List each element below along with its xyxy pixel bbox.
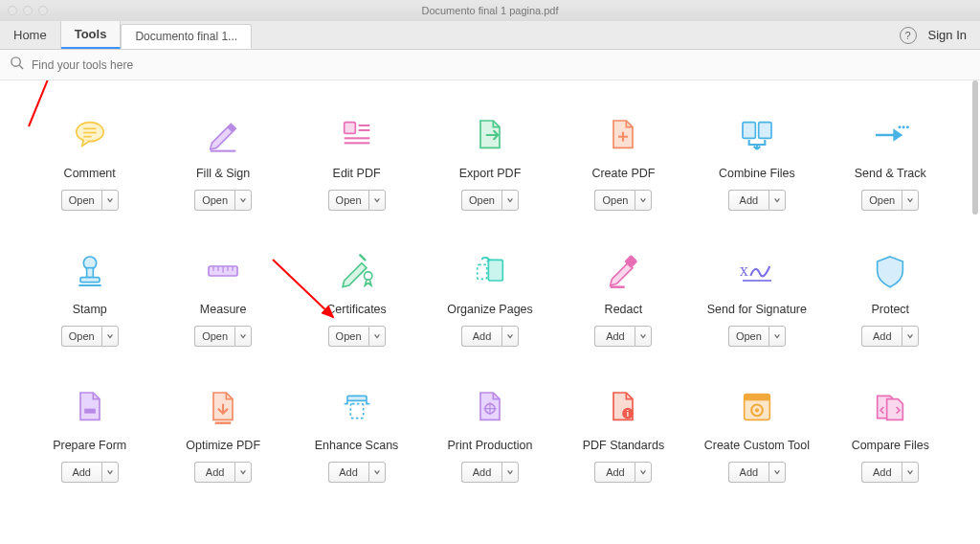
tool-compare[interactable]: Compare FilesAdd [828,385,953,483]
svg-point-50 [755,408,759,412]
dropdown-caret[interactable] [902,326,919,347]
tool-label: Comment [64,167,116,180]
tool-prepareform[interactable]: Prepare FormAdd [27,385,152,483]
open-button[interactable]: Open [594,190,635,211]
dropdown-caret[interactable] [768,462,786,483]
zoom-window-icon[interactable] [38,6,48,15]
tool-label: Create PDF [591,167,655,180]
scrollbar[interactable] [972,80,978,544]
open-button[interactable]: Open [194,326,234,347]
add-button[interactable]: Add [861,462,902,483]
dropdown-caret[interactable] [768,190,786,211]
dropdown-caret[interactable] [234,462,252,483]
tool-enhance[interactable]: Enhance ScansAdd [294,385,419,483]
add-button[interactable]: Add [328,462,368,483]
dropdown-caret[interactable] [501,190,519,211]
svg-rect-22 [80,278,100,283]
svg-point-19 [906,125,909,128]
tool-label: Fill & Sign [196,167,250,180]
dropdown-caret[interactable] [635,326,652,347]
tool-redact[interactable]: RedactAdd [561,249,686,347]
tool-customtool[interactable]: Create Custom ToolAdd [694,385,819,483]
dropdown-caret[interactable] [368,462,386,483]
printprod-icon [468,385,512,429]
top-tabs: Home Tools Documento final 1... ? Sign I… [0,21,980,50]
add-button[interactable]: Add [461,326,501,347]
tab-home[interactable]: Home [0,21,61,49]
open-button[interactable]: Open [728,326,768,347]
dropdown-caret[interactable] [234,190,252,211]
tool-sendtrack[interactable]: Send & TrackOpen [828,113,953,211]
dropdown-caret[interactable] [635,462,652,483]
tool-standards[interactable]: iPDF StandardsAdd [561,385,686,483]
stamp-icon [68,249,112,293]
tool-label: Create Custom Tool [704,439,810,452]
open-button[interactable]: Open [61,190,101,211]
tool-printprod[interactable]: Print ProductionAdd [427,385,552,483]
svg-rect-15 [759,123,771,139]
open-button[interactable]: Open [861,190,902,211]
svg-line-1 [19,65,23,69]
add-button[interactable]: Add [728,462,768,483]
dropdown-caret[interactable] [101,462,119,483]
tool-stamp[interactable]: StampOpen [27,249,152,347]
tool-createpdf[interactable]: Create PDFOpen [561,113,686,211]
help-icon[interactable]: ? [900,27,917,44]
svg-rect-48 [745,395,770,401]
dropdown-caret[interactable] [101,190,119,211]
tool-label: Protect [871,303,909,316]
tab-document[interactable]: Documento final 1... [121,24,252,49]
tool-protect[interactable]: ProtectAdd [828,249,953,347]
dropdown-caret[interactable] [902,190,919,211]
prepareform-icon [68,385,112,429]
open-button[interactable]: Open [61,326,101,347]
dropdown-caret[interactable] [768,326,786,347]
dropdown-caret[interactable] [368,326,386,347]
tool-label: Compare Files [852,439,929,452]
search-input[interactable] [32,58,319,72]
tool-editpdf[interactable]: Edit PDFOpen [294,113,419,211]
combine-icon [735,113,779,157]
scrollbar-thumb[interactable] [972,80,978,215]
add-button[interactable]: Add [594,462,635,483]
add-button[interactable]: Add [861,326,902,347]
tool-optimize[interactable]: Optimize PDFAdd [160,385,285,483]
tool-combine[interactable]: Combine FilesAdd [694,113,819,211]
dropdown-caret[interactable] [501,326,519,347]
dropdown-caret[interactable] [902,462,919,483]
svg-rect-37 [84,409,96,414]
optimize-icon [201,385,245,429]
dropdown-caret[interactable] [368,190,386,211]
redact-icon [601,249,645,293]
signin-button[interactable]: Sign In [928,28,967,42]
tool-fillsign[interactable]: Fill & SignOpen [160,113,285,211]
open-button[interactable]: Open [328,326,368,347]
dropdown-caret[interactable] [101,326,119,347]
dropdown-caret[interactable] [234,326,252,347]
tool-comment[interactable]: CommentOpen [27,113,152,211]
add-button[interactable]: Add [194,462,234,483]
add-button[interactable]: Add [728,190,768,211]
open-button[interactable]: Open [194,190,234,211]
minimize-window-icon[interactable] [23,6,33,15]
tab-tools[interactable]: Tools [61,21,122,49]
open-button[interactable]: Open [328,190,368,211]
tool-organize[interactable]: Organize PagesAdd [427,249,552,347]
tool-measure[interactable]: MeasureOpen [160,249,285,347]
tool-certificates[interactable]: CertificatesOpen [294,249,419,347]
measure-icon [201,249,245,293]
window-controls[interactable] [8,6,48,15]
dropdown-caret[interactable] [501,462,519,483]
dropdown-caret[interactable] [635,190,652,211]
svg-rect-32 [478,264,487,279]
add-button[interactable]: Add [461,462,501,483]
tool-sendsign[interactable]: xSend for SignatureOpen [694,249,819,347]
protect-icon [868,249,912,293]
add-button[interactable]: Add [61,462,101,483]
tool-exportpdf[interactable]: Export PDFOpen [427,113,552,211]
open-button[interactable]: Open [461,190,501,211]
close-window-icon[interactable] [8,6,17,15]
certificates-icon [335,249,379,293]
add-button[interactable]: Add [594,326,635,347]
enhance-icon [335,385,379,429]
